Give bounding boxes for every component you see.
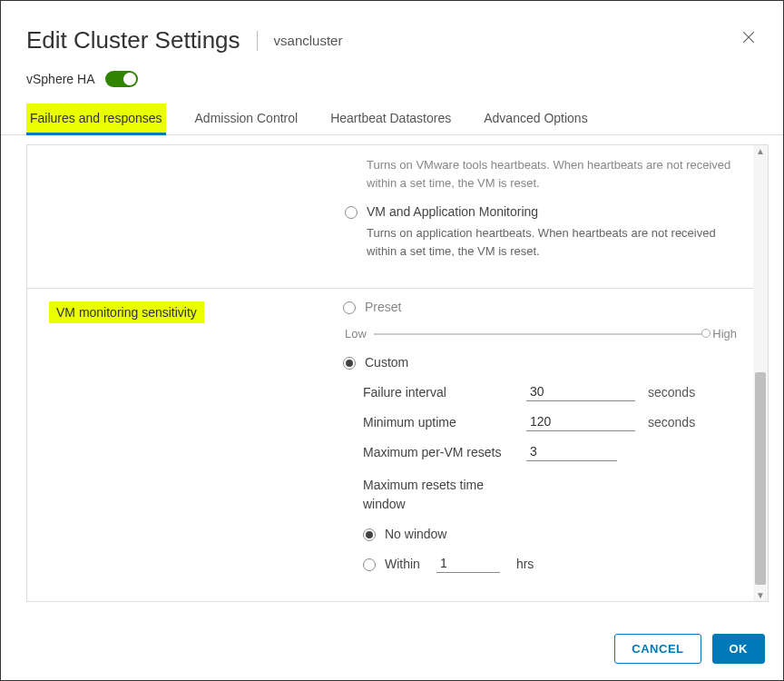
vm-monitoring-sensitivity-label: VM monitoring sensitivity xyxy=(49,301,204,323)
resets-window-label: Maximum resets time window xyxy=(343,476,506,514)
vm-app-monitoring-label: VM and Application Monitoring xyxy=(367,204,737,219)
slider-high-label: High xyxy=(712,327,737,340)
cluster-name: vsancluster xyxy=(274,33,343,48)
radio-within[interactable] xyxy=(363,558,376,571)
within-unit: hrs xyxy=(516,557,534,571)
toggle-knob xyxy=(123,73,136,85)
no-window-label: No window xyxy=(385,527,446,541)
failure-interval-input[interactable] xyxy=(526,382,635,401)
tab-bar: Failures and responses Admission Control… xyxy=(1,104,783,135)
tab-heartbeat-datastores[interactable]: Heartbeat Datastores xyxy=(327,104,455,134)
scroll-thumb[interactable] xyxy=(755,372,766,585)
vsphere-ha-toggle[interactable] xyxy=(105,71,138,87)
failure-interval-label: Failure interval xyxy=(363,385,526,400)
max-resets-input[interactable] xyxy=(526,442,617,461)
minimum-uptime-label: Minimum uptime xyxy=(363,415,526,429)
minimum-uptime-unit: seconds xyxy=(648,415,695,429)
radio-custom[interactable] xyxy=(343,357,356,370)
minimum-uptime-input[interactable] xyxy=(526,412,635,431)
max-resets-label: Maximum per-VM resets xyxy=(363,445,526,459)
vsphere-ha-label: vSphere HA xyxy=(26,72,94,86)
close-icon xyxy=(740,28,758,46)
scroll-up-icon: ▲ xyxy=(754,146,767,156)
tab-advanced-options[interactable]: Advanced Options xyxy=(480,104,591,134)
cancel-button[interactable]: CANCEL xyxy=(614,634,701,664)
dialog-title: Edit Cluster Settings xyxy=(26,26,240,54)
within-input[interactable] xyxy=(436,554,500,573)
scrollbar[interactable]: ▲ ▼ xyxy=(753,145,768,601)
radio-no-window[interactable] xyxy=(363,528,376,541)
prev-option-desc: Turns on VMware tools heartbeats. When h… xyxy=(367,156,737,192)
scroll-down-icon: ▼ xyxy=(754,590,767,600)
vm-app-monitoring-desc: Turns on application heartbeats. When he… xyxy=(367,224,737,260)
slider-knob xyxy=(701,329,710,338)
failure-interval-unit: seconds xyxy=(648,385,695,400)
radio-preset[interactable] xyxy=(343,301,356,314)
sensitivity-slider[interactable] xyxy=(374,333,705,335)
tab-failures-responses[interactable]: Failures and responses xyxy=(26,104,166,134)
title-separator xyxy=(257,31,258,51)
close-button[interactable] xyxy=(740,28,758,46)
radio-vm-app-monitoring[interactable] xyxy=(345,206,358,219)
custom-label: Custom xyxy=(365,355,408,370)
within-label: Within xyxy=(385,557,420,571)
slider-low-label: Low xyxy=(345,327,367,340)
ok-button[interactable]: OK xyxy=(712,634,766,664)
tab-admission-control[interactable]: Admission Control xyxy=(191,104,302,134)
preset-label: Preset xyxy=(365,300,401,314)
